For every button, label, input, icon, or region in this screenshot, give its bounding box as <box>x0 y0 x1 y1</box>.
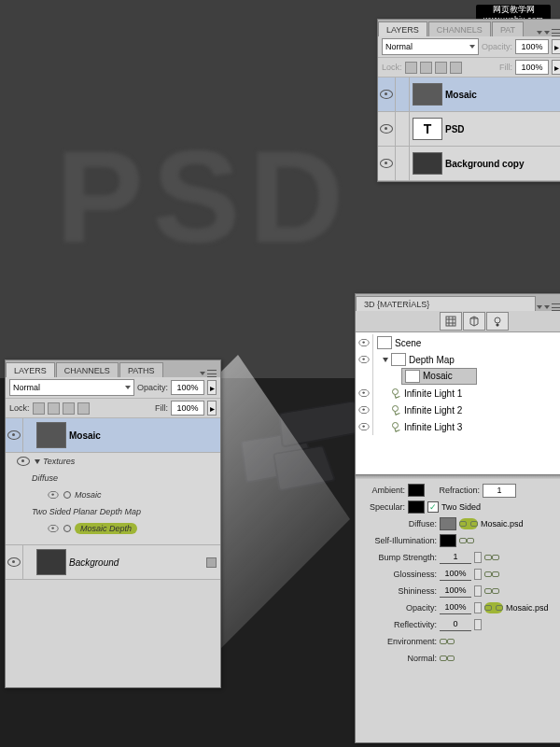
opacity-input[interactable]: 100% <box>171 380 204 395</box>
lock-position-icon[interactable] <box>435 62 447 74</box>
reflect-input[interactable]: 0 <box>440 618 471 631</box>
bump-slider[interactable] <box>474 552 482 563</box>
layer-row-mosaic[interactable]: Mosaic <box>378 78 560 112</box>
tree-scene[interactable]: Scene <box>356 334 560 351</box>
layer-thumb[interactable] <box>36 422 66 448</box>
normal-texture-icon[interactable] <box>440 653 455 664</box>
diffuse-item[interactable]: Mosaic <box>6 486 220 503</box>
layer-row-bgcopy[interactable]: Background copy <box>378 147 560 181</box>
two-sided-checkbox[interactable]: ✓ <box>427 501 439 513</box>
blend-mode-dropdown[interactable]: Normal <box>382 38 479 55</box>
opacity-texture-icon[interactable] <box>484 602 503 613</box>
fill-input[interactable]: 100% <box>171 401 204 416</box>
fill-input[interactable]: 100% <box>515 60 549 75</box>
tree-depthmap[interactable]: Depth Map <box>356 351 560 368</box>
layer-name: Background <box>69 557 206 568</box>
env-texture-icon[interactable] <box>440 636 455 647</box>
row-env: Environment: <box>360 633 560 650</box>
tabs-row: LAYERS CHANNELS PATHS <box>6 360 220 377</box>
filter-material-icon[interactable] <box>463 312 485 331</box>
panel-menu[interactable] <box>537 29 560 36</box>
tab-paths[interactable]: PAT <box>492 21 524 36</box>
tab-channels[interactable]: CHANNELS <box>428 21 491 36</box>
diffuse-swatch[interactable] <box>440 517 456 530</box>
lock-position-icon[interactable] <box>63 402 75 415</box>
selfillum-texture-icon[interactable] <box>459 535 474 546</box>
opacity-input[interactable]: 100% <box>515 39 549 54</box>
visibility-toggle[interactable] <box>378 147 396 180</box>
depth-item[interactable]: Mosaic Depth <box>6 520 220 537</box>
gloss-label: Glossiness: <box>360 570 437 579</box>
gloss-slider[interactable] <box>474 569 482 580</box>
diffuse-texture-icon[interactable] <box>459 518 478 529</box>
fill-nudge[interactable]: ▸ <box>207 401 217 416</box>
fill-nudge[interactable]: ▸ <box>552 60 560 75</box>
blend-mode-dropdown[interactable]: Normal <box>9 379 134 396</box>
gloss-texture-icon[interactable] <box>484 569 499 580</box>
eye-icon <box>17 457 30 466</box>
menu-icon[interactable] <box>207 370 217 377</box>
lock-all-icon[interactable] <box>450 62 462 74</box>
filter-light-icon[interactable] <box>486 312 509 331</box>
opacity-nudge[interactable]: ▸ <box>207 380 217 395</box>
bump-label: Bump Strength: <box>360 553 437 562</box>
layer-row-psd[interactable]: T PSD <box>378 112 560 147</box>
tree-light-2[interactable]: Infinite Light 2 <box>356 402 560 418</box>
visibility-toggle[interactable] <box>378 78 396 111</box>
panel-menu[interactable] <box>537 303 560 311</box>
layer-thumb[interactable] <box>413 83 442 106</box>
tab-channels[interactable]: CHANNELS <box>56 362 119 377</box>
text-layer-thumb[interactable]: T <box>413 118 442 140</box>
tree-light-3[interactable]: Infinite Light 3 <box>356 418 560 435</box>
shine-texture-icon[interactable] <box>484 585 499 597</box>
lock-icon <box>206 557 217 568</box>
opacity-nudge[interactable]: ▸ <box>552 39 560 54</box>
opacity-slider[interactable] <box>474 602 482 613</box>
lock-transparency-icon[interactable] <box>405 62 417 74</box>
gloss-input[interactable]: 100% <box>440 568 471 581</box>
layers-list: Mosaic T PSD Background copy <box>378 78 560 181</box>
specular-swatch[interactable] <box>408 500 425 514</box>
tab-paths[interactable]: PATHS <box>119 362 163 377</box>
depthmap-group[interactable]: Two Sided Planar Depth Map <box>6 503 220 520</box>
visibility-toggle[interactable] <box>6 545 23 579</box>
shine-input[interactable]: 100% <box>440 585 471 598</box>
layer-row-background[interactable]: Background <box>6 545 220 580</box>
tree-light-1[interactable]: Infinite Light 1 <box>356 385 560 402</box>
tab-3d-materials[interactable]: 3D {MATERİALS} <box>356 296 536 311</box>
bump-texture-icon[interactable] <box>484 552 499 563</box>
link-col <box>396 112 410 146</box>
bump-input[interactable]: 1 <box>440 551 471 564</box>
ambient-swatch[interactable] <box>408 484 425 497</box>
layer-thumb[interactable] <box>413 152 442 175</box>
layer-row-mosaic[interactable]: Mosaic <box>6 418 220 453</box>
menu-icon[interactable] <box>552 29 560 36</box>
refraction-input[interactable]: 1 <box>483 484 516 498</box>
diffuse-file: Mosaic.psd <box>481 519 524 529</box>
lock-pixels-icon[interactable] <box>48 402 60 415</box>
lock-transparency-icon[interactable] <box>33 402 45 415</box>
visibility-toggle[interactable] <box>378 112 396 146</box>
light-icon <box>390 405 401 415</box>
ambient-label: Ambient: <box>360 486 405 495</box>
selfillum-swatch[interactable] <box>440 534 456 547</box>
layer-thumb[interactable] <box>36 549 66 575</box>
tab-layers[interactable]: LAYERS <box>378 21 427 36</box>
lock-pixels-icon[interactable] <box>420 62 432 74</box>
tree-mosaic[interactable]: Mosaic <box>356 368 560 385</box>
menu-icon[interactable] <box>552 303 560 311</box>
shine-slider[interactable] <box>474 585 482 597</box>
disclosure-icon[interactable] <box>35 459 40 464</box>
lock-all-icon[interactable] <box>77 402 90 415</box>
scene-thumb-icon <box>377 336 392 349</box>
filter-mesh-icon[interactable] <box>440 312 462 331</box>
diffuse-group[interactable]: Diffuse <box>6 470 220 486</box>
opacity-input[interactable]: 100% <box>440 601 471 614</box>
link-col <box>396 147 410 180</box>
tab-layers[interactable]: LAYERS <box>6 362 55 377</box>
panel-menu[interactable] <box>200 370 220 377</box>
reflect-slider[interactable] <box>474 619 482 630</box>
disclosure-icon[interactable] <box>383 358 388 362</box>
visibility-toggle[interactable] <box>6 418 23 452</box>
textures-group[interactable]: Textures <box>6 453 220 470</box>
